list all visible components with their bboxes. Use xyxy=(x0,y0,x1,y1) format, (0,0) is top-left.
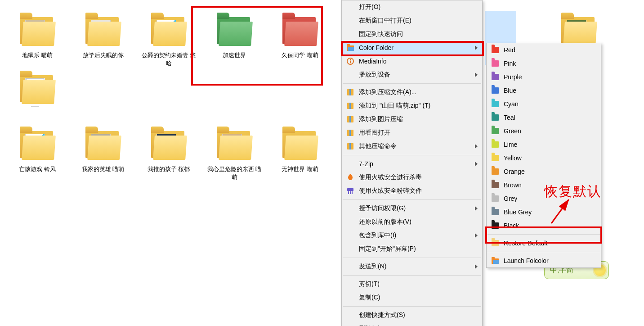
menu-open-with-viewer[interactable]: 用看图打开 xyxy=(342,126,482,140)
menu-label: Restore Default xyxy=(504,240,547,247)
folder-icon xyxy=(281,127,319,163)
menu-grant-access[interactable]: 授予访问权限(G) xyxy=(342,202,482,215)
folder-item[interactable]: 放学后失眠的你 xyxy=(75,14,131,67)
menu-label: Lime xyxy=(504,141,517,148)
menu-7zip[interactable]: 7-Zip xyxy=(342,157,482,171)
folder-icon xyxy=(149,127,188,163)
menu-open[interactable]: 打开(O) xyxy=(342,0,482,14)
menu-cast-to-device[interactable]: 播放到设备 xyxy=(342,68,482,82)
text-file-item[interactable] xyxy=(9,72,66,109)
menu-add-to-image-archive[interactable]: 添加到图片压缩 xyxy=(342,113,482,126)
menu-separator xyxy=(343,83,481,84)
color-brown[interactable]: Brown xyxy=(487,178,601,192)
folder-item[interactable]: 我家的英雄 喵萌 xyxy=(75,127,131,181)
menu-label: 授予访问权限(G) xyxy=(359,204,406,213)
folder-swatch-icon xyxy=(492,182,499,188)
menu-create-shortcut[interactable]: 创建快捷方式(S) xyxy=(342,308,482,322)
folder-item[interactable]: 无神世界 喵萌 xyxy=(272,127,328,181)
folder-label: 加速世界 xyxy=(223,51,246,59)
color-blue-grey[interactable]: Blue Grey xyxy=(487,205,601,219)
color-yellow[interactable]: Yellow xyxy=(487,151,601,165)
huorong-icon xyxy=(346,173,354,181)
menu-add-to-archive[interactable]: 添加到压缩文件(A)... xyxy=(342,86,482,99)
menu-pin-to-start[interactable]: 固定到"开始"屏幕(P) xyxy=(342,242,482,256)
chevron-right-icon xyxy=(475,263,478,270)
mediainfo-icon xyxy=(346,57,354,65)
folder-item[interactable]: 我推的孩子 桜都 xyxy=(140,127,197,181)
menu-open-new-window[interactable]: 在新窗口中打开(E) xyxy=(342,14,482,27)
folder-icon xyxy=(215,127,254,163)
menu-separator xyxy=(343,155,481,155)
color-folder-submenu: Red Pink Purple Blue Cyan Teal Green Lim… xyxy=(486,43,601,268)
folder-swatch-icon xyxy=(492,209,499,215)
menu-huorong-scan[interactable]: 使用火绒安全进行杀毒 xyxy=(342,171,482,184)
folder-label: 我推的孩子 桜都 xyxy=(148,165,190,173)
color-green[interactable]: Green xyxy=(487,124,601,138)
folder-swatch-icon xyxy=(492,128,499,134)
menu-label: Purple xyxy=(504,73,522,81)
svg-rect-17 xyxy=(348,191,349,194)
menu-other-archive-commands[interactable]: 其他压缩命令 xyxy=(342,140,482,153)
menu-label: Orange xyxy=(504,168,525,175)
svg-rect-15 xyxy=(349,143,351,149)
menu-send-to[interactable]: 发送到(N) xyxy=(342,260,482,273)
folder-swatch-icon xyxy=(492,195,499,202)
color-teal[interactable]: Teal xyxy=(487,111,601,124)
menu-label: 包含到库中(I) xyxy=(359,231,396,240)
menu-cut[interactable]: 剪切(T) xyxy=(342,277,482,291)
menu-label: 发送到(N) xyxy=(359,263,386,271)
menu-color-folder[interactable]: Color Folder xyxy=(342,41,482,54)
color-grey[interactable]: Grey xyxy=(487,192,601,205)
color-orange[interactable]: Orange xyxy=(487,165,601,178)
archive-icon xyxy=(346,102,354,110)
menu-pin-quick-access[interactable]: 固定到快速访问 xyxy=(342,27,482,41)
color-cyan[interactable]: Cyan xyxy=(487,97,601,111)
launch-folcolor[interactable]: Launch Folcolor xyxy=(487,254,601,267)
svg-rect-16 xyxy=(347,188,353,191)
menu-label: Blue Grey xyxy=(504,208,532,216)
chevron-right-icon xyxy=(475,44,478,51)
context-menu: 打开(O) 在新窗口中打开(E) 固定到快速访问 Color Folder Me… xyxy=(341,0,483,326)
menu-label: MediaInfo xyxy=(359,58,386,65)
menu-mediainfo[interactable]: MediaInfo xyxy=(342,54,482,68)
folder-label: 放学后失眠的你 xyxy=(83,51,124,59)
menu-restore-previous[interactable]: 还原以前的版本(V) xyxy=(342,215,482,229)
folder-swatch-icon xyxy=(492,101,499,107)
menu-label: 打开(O) xyxy=(359,3,380,11)
svg-rect-18 xyxy=(350,191,351,194)
color-blue[interactable]: Blue xyxy=(487,84,601,97)
color-lime[interactable]: Lime xyxy=(487,138,601,151)
menu-delete[interactable]: 删除(D) xyxy=(342,322,482,326)
menu-copy[interactable]: 复制(C) xyxy=(342,291,482,304)
folder-swatch-icon xyxy=(492,168,499,175)
color-pink[interactable]: Pink xyxy=(487,57,601,70)
folder-item[interactable]: 地狱乐 喵萌 xyxy=(9,14,66,67)
menu-add-to-named-archive[interactable]: 添加到 "山田 喵萌.zip" (T) xyxy=(342,99,482,113)
folder-item[interactable]: 我心里危险的东西 喵萌 xyxy=(206,127,263,181)
menu-label: 添加到 "山田 喵萌.zip" (T) xyxy=(359,102,430,110)
folder-item[interactable]: 久保同学 喵萌 xyxy=(272,14,328,67)
menu-label: Yellow xyxy=(504,154,522,162)
menu-label: 添加到压缩文件(A)... xyxy=(359,88,416,96)
svg-rect-2 xyxy=(348,47,354,51)
folder-swatch-icon xyxy=(492,47,499,53)
menu-huorong-shred[interactable]: 使用火绒安全粉碎文件 xyxy=(342,184,482,198)
menu-label: 在新窗口中打开(E) xyxy=(359,17,411,25)
menu-include-in-library[interactable]: 包含到库中(I) xyxy=(342,229,482,242)
menu-label: 固定到"开始"屏幕(P) xyxy=(359,245,416,253)
color-purple[interactable]: Purple xyxy=(487,70,601,84)
color-restore-default[interactable]: Restore Default xyxy=(487,236,601,250)
image-viewer-icon xyxy=(346,129,354,137)
archive-icon xyxy=(346,88,354,96)
menu-label: 7-Zip xyxy=(359,160,373,168)
folder-item[interactable]: MKVMKV 公爵的契约未婚妻 悠哈 xyxy=(140,14,197,67)
menu-separator xyxy=(343,258,481,258)
menu-label: Green xyxy=(504,127,521,135)
folder-label: 亡骸游戏 铃风 xyxy=(19,165,56,173)
color-red[interactable]: Red xyxy=(487,43,601,57)
folder-icon xyxy=(18,72,57,107)
folder-item[interactable]: 加速世界 xyxy=(206,14,263,67)
color-black[interactable]: Black xyxy=(487,219,601,232)
folder-item[interactable]: MKVMKV 亡骸游戏 铃风 xyxy=(9,127,66,181)
svg-rect-1 xyxy=(347,44,350,46)
